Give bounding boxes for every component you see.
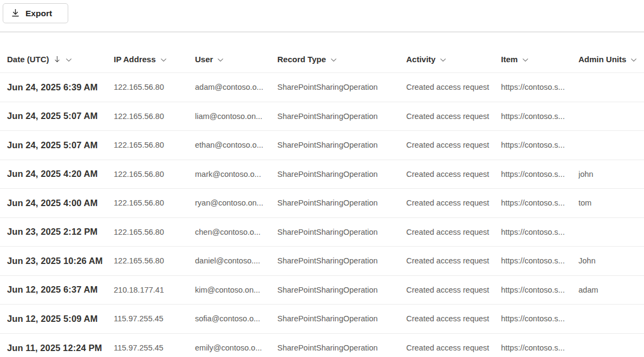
table-row[interactable]: Jun 23, 2025 10:26 AM 122.165.56.80 dani… [0, 247, 644, 276]
cell-activity: Created access request [406, 343, 501, 352]
cell-date: Jun 24, 2025 6:39 AM [7, 82, 114, 92]
cell-ip-address: 122.165.56.80 [114, 199, 195, 207]
cell-user: emily@contoso.o... [195, 343, 277, 352]
cell-user: kim@contoso.on... [195, 286, 277, 294]
cell-activity: Created access request [406, 228, 501, 236]
sort-descending-icon [53, 55, 61, 63]
cell-date: Jun 24, 2025 4:00 AM [7, 198, 114, 208]
table-row[interactable]: Jun 23, 2025 2:12 PM 122.165.56.80 chen@… [0, 218, 644, 247]
cell-ip-address: 210.18.177.41 [114, 286, 195, 294]
column-header-label: Item [501, 55, 518, 64]
cell-record-type: SharePointSharingOperation [277, 141, 406, 149]
cell-ip-address: 122.165.56.80 [114, 83, 195, 91]
cell-activity: Created access request [406, 112, 501, 121]
cell-record-type: SharePointSharingOperation [277, 112, 406, 121]
table-header-row: Date (UTC) IP Address User [0, 32, 644, 73]
cell-item: https://contoso.s... [501, 83, 578, 91]
cell-ip-address: 122.165.56.80 [114, 141, 195, 149]
cell-activity: Created access request [406, 286, 501, 294]
cell-ip-address: 122.165.56.80 [114, 256, 195, 265]
export-button-label: Export [25, 9, 52, 18]
column-header-admin_units[interactable]: Admin Units [578, 55, 644, 72]
download-icon [11, 9, 20, 18]
column-header-label: Activity [406, 55, 435, 64]
chevron-down-icon [630, 56, 638, 64]
column-header-date[interactable]: Date (UTC) [7, 55, 114, 72]
cell-activity: Created access request [406, 314, 501, 323]
chevron-down-icon [439, 56, 447, 64]
table-row[interactable]: Jun 12, 2025 6:37 AM 210.18.177.41 kim@c… [0, 276, 644, 305]
table-row[interactable]: Jun 24, 2025 4:20 AM 122.165.56.80 mark@… [0, 160, 644, 189]
table-row[interactable]: Jun 24, 2025 5:07 AM 122.165.56.80 liam@… [0, 102, 644, 131]
cell-record-type: SharePointSharingOperation [277, 256, 406, 265]
column-header-activity[interactable]: Activity [406, 55, 501, 72]
cell-activity: Created access request [406, 83, 501, 91]
column-header-label: User [195, 55, 213, 64]
cell-admin-units: john [578, 170, 644, 178]
column-header-record_type[interactable]: Record Type [277, 55, 406, 72]
cell-date: Jun 12, 2025 5:09 AM [7, 314, 114, 324]
cell-admin-units: adam [578, 286, 644, 294]
cell-date: Jun 23, 2025 2:12 PM [7, 227, 114, 237]
cell-item: https://contoso.s... [501, 228, 578, 236]
cell-item: https://contoso.s... [501, 112, 578, 121]
cell-date: Jun 24, 2025 5:07 AM [7, 140, 114, 150]
cell-date: Jun 23, 2025 10:26 AM [7, 256, 114, 266]
column-header-label: Admin Units [578, 55, 626, 64]
table-row[interactable]: Jun 24, 2025 5:07 AM 122.165.56.80 ethan… [0, 131, 644, 160]
cell-record-type: SharePointSharingOperation [277, 343, 406, 352]
cell-date: Jun 12, 2025 6:37 AM [7, 285, 114, 295]
cell-record-type: SharePointSharingOperation [277, 228, 406, 236]
cell-record-type: SharePointSharingOperation [277, 83, 406, 91]
cell-user: ryan@contoso.on... [195, 199, 277, 207]
cell-item: https://contoso.s... [501, 199, 578, 207]
cell-user: liam@contoso.on... [195, 112, 277, 121]
cell-user: daniel@contoso.... [195, 256, 277, 265]
cell-user: mark@contoso.o... [195, 170, 277, 178]
cell-item: https://contoso.s... [501, 343, 578, 352]
cell-user: ethan@contoso.o... [195, 141, 277, 149]
cell-user: chen@contoso.o... [195, 228, 277, 236]
column-header-label: IP Address [114, 55, 156, 64]
table-row[interactable]: Jun 24, 2025 4:00 AM 122.165.56.80 ryan@… [0, 189, 644, 218]
cell-date: Jun 11, 2025 12:24 PM [7, 343, 114, 353]
table-row[interactable]: Jun 11, 2025 12:24 PM 115.97.255.45 emil… [0, 334, 644, 357]
cell-item: https://contoso.s... [501, 256, 578, 265]
chevron-down-icon [522, 56, 529, 64]
column-header-label: Record Type [277, 55, 326, 64]
cell-item: https://contoso.s... [501, 314, 578, 323]
column-header-label: Date (UTC) [7, 55, 49, 64]
export-button[interactable]: Export [3, 3, 68, 23]
chevron-down-icon [217, 56, 224, 64]
cell-user: sofia@contoso.o... [195, 314, 277, 323]
cell-record-type: SharePointSharingOperation [277, 170, 406, 178]
table-row[interactable]: Jun 24, 2025 6:39 AM 122.165.56.80 adam@… [0, 73, 644, 102]
cell-ip-address: 122.165.56.80 [114, 170, 195, 178]
cell-date: Jun 24, 2025 5:07 AM [7, 111, 114, 121]
column-header-ip[interactable]: IP Address [114, 55, 195, 72]
cell-ip-address: 115.97.255.45 [114, 343, 195, 352]
cell-record-type: SharePointSharingOperation [277, 286, 406, 294]
cell-admin-units: John [578, 256, 644, 265]
cell-activity: Created access request [406, 199, 501, 207]
cell-activity: Created access request [406, 256, 501, 265]
cell-item: https://contoso.s... [501, 141, 578, 149]
cell-user: adam@contoso.o... [195, 83, 277, 91]
chevron-down-icon [160, 56, 167, 64]
table-body: Jun 24, 2025 6:39 AM 122.165.56.80 adam@… [0, 73, 644, 357]
column-header-item[interactable]: Item [501, 55, 578, 72]
cell-item: https://contoso.s... [501, 286, 578, 294]
cell-activity: Created access request [406, 141, 501, 149]
cell-activity: Created access request [406, 170, 501, 178]
table-row[interactable]: Jun 12, 2025 5:09 AM 115.97.255.45 sofia… [0, 305, 644, 334]
cell-date: Jun 24, 2025 4:20 AM [7, 169, 114, 179]
cell-ip-address: 115.97.255.45 [114, 314, 195, 323]
cell-record-type: SharePointSharingOperation [277, 314, 406, 323]
cell-ip-address: 122.165.56.80 [114, 112, 195, 121]
cell-admin-units: tom [578, 199, 644, 207]
chevron-down-icon [330, 56, 337, 64]
chevron-down-icon [65, 56, 73, 64]
audit-log-page: Export Date (UTC) IP Address User [0, 0, 644, 357]
column-header-user[interactable]: User [195, 55, 277, 72]
cell-item: https://contoso.s... [501, 170, 578, 178]
